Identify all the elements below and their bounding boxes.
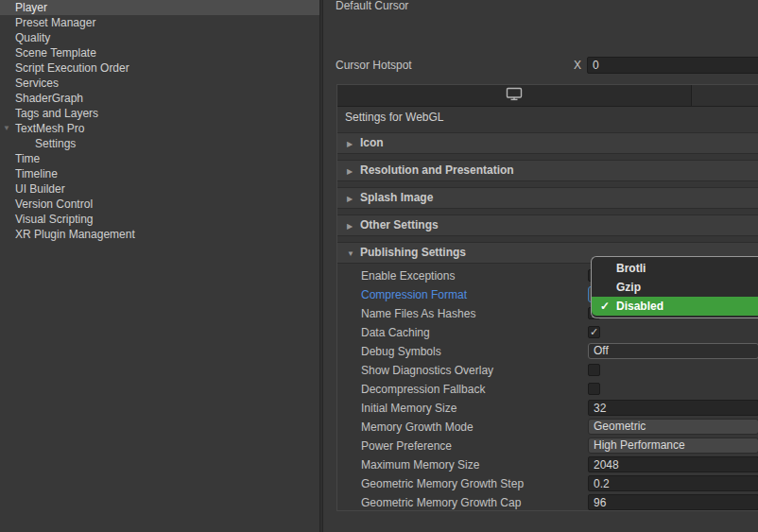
menu-item-brotli[interactable]: Brotli [592, 259, 758, 278]
sidebar-item-quality[interactable]: Quality [0, 30, 319, 45]
chevron-down-icon: ▼ [347, 244, 358, 264]
section-header-other-settings[interactable]: ▶Other Settings [337, 215, 758, 236]
chevron-right-icon: ▶ [347, 189, 358, 209]
sidebar-item-timeline[interactable]: Timeline [0, 166, 319, 181]
menu-item-disabled[interactable]: ✓Disabled [592, 297, 758, 316]
chevron-right-icon: ▶ [347, 134, 358, 154]
sidebar-item-script-execution-order[interactable]: Script Execution Order [0, 60, 319, 76]
menu-item-gzip[interactable]: Gzip [592, 278, 758, 297]
sidebar-item-time[interactable]: Time [0, 151, 319, 166]
tab-webgl-platform[interactable] [337, 85, 692, 106]
field-row-show-diagnostics-overlay: Show Diagnostics Overlay [337, 361, 758, 380]
section-header-icon[interactable]: ▶Icon [337, 132, 758, 154]
field-row-geometric-memory-growth-cap: Geometric Memory Growth Cap [337, 493, 758, 512]
field-row-memory-growth-mode: Memory Growth Mode Geometric [337, 418, 758, 437]
sidebar-item-textmeshpro-settings[interactable]: Settings [0, 136, 319, 151]
cursor-hotspot-label: Cursor Hotspot [336, 58, 412, 74]
sidebar-item-player[interactable]: Player [0, 0, 319, 15]
sidebar-item-textmesh-pro[interactable]: ▼TextMesh Pro [0, 121, 319, 136]
hotspot-x-input[interactable] [587, 57, 758, 74]
sidebar-item-xr-plugin-management[interactable]: XR Plugin Management [0, 227, 319, 242]
maximum-memory-size-input[interactable] [588, 456, 758, 472]
section-header-resolution-and-presentation[interactable]: ▶Resolution and Presentation [337, 160, 758, 181]
foldout-expanded-icon[interactable]: ▼ [1, 121, 12, 136]
geometric-memory-growth-cap-input[interactable] [588, 494, 758, 510]
decompression-fallback-checkbox[interactable] [588, 383, 600, 395]
sidebar-item-scene-template[interactable]: Scene Template [0, 45, 319, 60]
memory-growth-mode-dropdown[interactable]: Geometric [588, 419, 758, 435]
sidebar-item-preset-manager[interactable]: Preset Manager [0, 15, 319, 30]
compression-format-menu: Brotli Gzip ✓Disabled [591, 256, 758, 318]
chevron-right-icon: ▶ [347, 216, 358, 236]
settings-category-sidebar: Player Preset Manager Quality Scene Temp… [0, 0, 319, 532]
show-diagnostics-overlay-checkbox[interactable] [588, 364, 600, 376]
geometric-memory-growth-step-input[interactable] [588, 475, 758, 491]
sidebar-item-visual-scripting[interactable]: Visual Scripting [0, 212, 319, 227]
unity-project-settings-window: { "sidebar": { "items": [ {"label": "Pla… [0, 0, 758, 532]
power-preference-dropdown[interactable]: High Performance [588, 438, 758, 454]
initial-memory-size-input[interactable] [588, 400, 758, 416]
check-icon: ✓ [600, 297, 610, 316]
hotspot-x-axis-label: X [574, 58, 581, 74]
field-row-geometric-memory-growth-step: Geometric Memory Growth Step [337, 474, 758, 493]
settings-for-platform-label: Settings for WebGL [345, 110, 444, 125]
field-row-power-preference: Power Preference High Performance [337, 437, 758, 455]
sidebar-item-tags-and-layers[interactable]: Tags and Layers [0, 106, 319, 121]
field-row-initial-memory-size: Initial Memory Size [337, 399, 758, 418]
platform-tab-bar [337, 85, 758, 107]
sidebar-item-services[interactable]: Services [0, 76, 319, 91]
debug-symbols-dropdown[interactable]: Off [588, 343, 758, 359]
default-cursor-label: Default Cursor [336, 0, 408, 13]
monitor-icon [506, 87, 523, 104]
sidebar-item-version-control[interactable]: Version Control [0, 197, 319, 212]
field-row-data-caching: Data Caching ✓ [337, 323, 758, 342]
sidebar-item-shadergraph[interactable]: ShaderGraph [0, 91, 319, 106]
section-header-splash-image[interactable]: ▶Splash Image [337, 187, 758, 209]
sidebar-item-ui-builder[interactable]: UI Builder [0, 181, 319, 197]
field-row-debug-symbols: Debug Symbols Off [337, 342, 758, 361]
sidebar-panel-divider[interactable] [319, 0, 323, 532]
check-icon: ✓ [590, 326, 598, 337]
chevron-right-icon: ▶ [347, 162, 358, 181]
field-row-maximum-memory-size: Maximum Memory Size [337, 455, 758, 474]
data-caching-checkbox[interactable]: ✓ [588, 326, 600, 338]
field-row-decompression-fallback: Decompression Fallback [337, 380, 758, 399]
